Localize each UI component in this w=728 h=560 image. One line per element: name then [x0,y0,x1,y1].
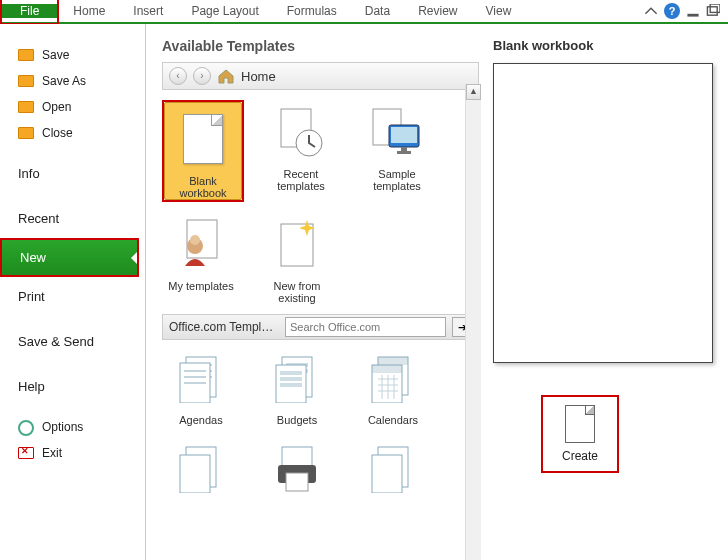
sidebar-save-as[interactable]: Save As [0,68,145,94]
template-sample[interactable]: Sample templates [358,100,436,202]
exit-icon [18,447,34,459]
sidebar-label: Print [18,289,45,304]
sidebar-label: Open [42,100,71,114]
sidebar-recent[interactable]: Recent [0,201,145,236]
sidebar-info[interactable]: Info [0,156,145,191]
window-controls: ? [644,3,728,19]
template-partial-3[interactable] [354,436,432,504]
template-my[interactable]: My templates [162,212,240,304]
tab-insert[interactable]: Insert [119,0,177,23]
scroll-up-icon[interactable]: ▲ [466,84,481,100]
template-label: Recent templates [277,168,325,192]
template-recent[interactable]: Recent templates [262,100,340,202]
templates-grid: Blank workbook Recent templates Sample t… [162,100,442,304]
tab-file[interactable]: File [2,4,57,18]
template-budgets[interactable]: Budgets [258,346,336,426]
ribbon: File Home Insert Page Layout Formulas Da… [0,0,728,24]
tab-home[interactable]: Home [59,0,119,23]
template-partial-2[interactable] [258,436,336,504]
preview-title: Blank workbook [493,38,712,53]
close-icon [18,127,34,139]
sidebar-open[interactable]: Open [0,94,145,120]
sidebar-print[interactable]: Print [0,279,145,314]
tab-data[interactable]: Data [351,0,404,23]
svg-rect-45 [372,455,402,493]
sidebar-label: Recent [18,211,59,226]
template-partial-1[interactable] [162,436,240,504]
svg-rect-41 [282,447,312,467]
svg-rect-2 [710,4,720,12]
sidebar-label: Options [42,420,83,434]
svg-rect-30 [378,357,408,365]
templates-heading: Available Templates [162,38,479,54]
template-label: My templates [168,280,233,292]
create-page-icon [565,405,595,443]
sidebar-label: Help [18,379,45,394]
tab-review[interactable]: Review [404,0,471,23]
templates-panel: Available Templates ‹ › Home Blank workb… [146,24,483,560]
template-blank-workbook[interactable]: Blank workbook [164,102,242,200]
file-tab-highlight: File [0,0,59,25]
tab-view[interactable]: View [472,0,526,23]
sidebar-label: Close [42,126,73,140]
svg-rect-27 [280,377,302,381]
person-icon [177,218,225,270]
sidebar-help[interactable]: Help [0,369,145,404]
template-agendas[interactable]: Agendas [162,346,240,426]
monitor-icon [371,107,423,157]
tab-page-layout[interactable]: Page Layout [177,0,272,23]
office-section-label: Office.com Templ… [169,320,279,334]
scrollbar[interactable]: ▲ [465,84,481,560]
template-new-existing[interactable]: New from existing [258,212,336,304]
help-icon[interactable]: ? [664,3,680,19]
blank-workbook-highlight: Blank workbook [162,100,244,202]
template-label: Blank workbook [179,175,226,199]
sidebar-exit[interactable]: Exit [0,440,145,466]
sidebar-label: Save & Send [18,334,94,349]
sidebar-label: Exit [42,446,62,460]
create-label: Create [547,449,613,463]
sidebar-label: Info [18,166,40,181]
search-input[interactable] [285,317,446,337]
sidebar-new-highlight: New [0,238,139,277]
template-label: New from existing [273,280,320,304]
create-highlight: Create [541,395,619,473]
template-label: Calendars [368,414,418,426]
breadcrumb[interactable]: Home [241,69,276,84]
options-icon [18,421,34,433]
svg-rect-9 [397,151,411,154]
sidebar-new[interactable]: New [2,240,137,275]
blank-page-icon [183,114,223,164]
open-icon [18,101,34,113]
agenda-icon [178,353,224,403]
doc-icon [370,443,416,493]
up-caret-icon[interactable] [644,4,658,18]
sidebar-label: Save As [42,74,86,88]
svg-rect-8 [401,147,407,151]
create-button[interactable]: Create [547,405,613,463]
budget-icon [274,353,320,403]
minimize-icon[interactable] [686,4,700,18]
svg-rect-0 [687,14,698,17]
sidebar-save[interactable]: Save [0,42,145,68]
svg-rect-26 [280,371,302,375]
nav-forward-icon[interactable]: › [193,67,211,85]
sidebar-save-send[interactable]: Save & Send [0,324,145,359]
sidebar-options[interactable]: Options [0,414,145,440]
svg-rect-28 [280,383,302,387]
backstage-sidebar: Save Save As Open Close Info Recent New … [0,24,146,560]
preview-area [493,63,713,363]
template-calendars[interactable]: Calendars [354,346,432,426]
sidebar-label: Save [42,48,69,62]
office-templates-bar: Office.com Templ… ➔ [162,314,479,340]
nav-back-icon[interactable]: ‹ [169,67,187,85]
tab-formulas[interactable]: Formulas [273,0,351,23]
home-icon[interactable] [217,68,235,84]
sidebar-close[interactable]: Close [0,120,145,146]
templates-navbar: ‹ › Home [162,62,479,90]
svg-rect-7 [391,127,417,143]
svg-rect-1 [707,7,717,15]
template-label: Agendas [179,414,222,426]
clock-icon [277,107,325,157]
restore-icon[interactable] [706,4,720,18]
